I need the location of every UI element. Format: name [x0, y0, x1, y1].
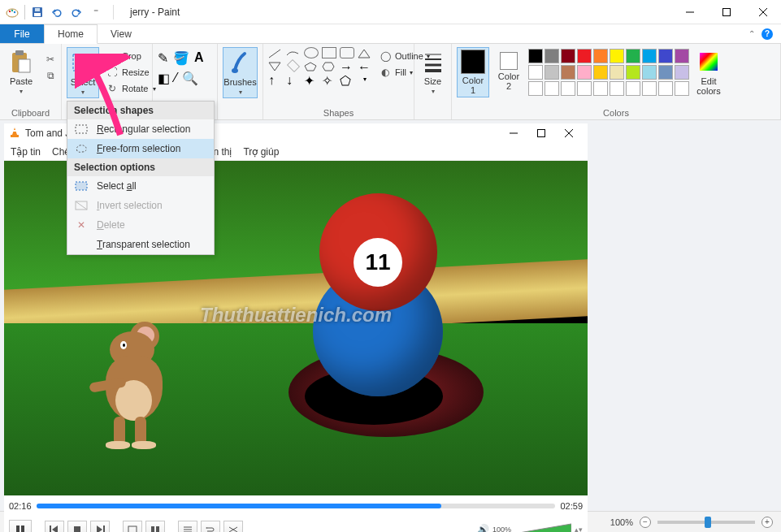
color-swatch-empty[interactable] — [610, 81, 624, 96]
svg-rect-40 — [151, 526, 154, 532]
color-swatch[interactable] — [642, 65, 657, 80]
save-icon[interactable] — [30, 5, 45, 19]
maximize-button[interactable] — [708, 0, 744, 24]
vlc-playlist-button[interactable] — [178, 521, 197, 532]
vlc-extended-button[interactable] — [145, 521, 165, 532]
vlc-stop-button[interactable] — [67, 521, 87, 532]
vlc-minimize-button[interactable] — [500, 123, 527, 143]
color-swatch[interactable] — [561, 49, 575, 63]
color-swatch[interactable] — [593, 65, 608, 80]
bucket-icon[interactable]: 🪣 — [173, 50, 189, 66]
size-button[interactable]: Size ▾ — [417, 47, 449, 97]
qat-customize-icon[interactable]: ⁼ — [89, 5, 103, 19]
color-swatch-empty[interactable] — [626, 81, 640, 96]
zoom-in-button[interactable]: + — [761, 517, 773, 528]
color-swatch[interactable] — [561, 65, 575, 80]
shapes-gallery[interactable]: → ← ↑ ↓ ✦ ✧ ⬠ ▾ — [268, 47, 372, 84]
menu-invert-selection: Invert selection — [67, 196, 214, 215]
dropdown-section-header: Selection shapes — [67, 102, 214, 119]
color-swatch[interactable] — [545, 65, 559, 80]
vlc-loop-button[interactable] — [201, 521, 220, 532]
vlc-prev-button[interactable] — [45, 521, 64, 532]
minimize-button[interactable] — [671, 0, 708, 24]
color-swatch-empty[interactable] — [545, 81, 559, 96]
color-swatch[interactable] — [658, 49, 673, 63]
redo-icon[interactable] — [69, 5, 84, 19]
color-swatch[interactable] — [675, 49, 689, 63]
color-swatch[interactable] — [626, 49, 640, 63]
color1-button[interactable]: Color 1 — [457, 47, 489, 97]
vlc-volume-slider[interactable] — [514, 522, 571, 532]
color-swatch[interactable] — [642, 49, 657, 63]
color-swatch[interactable] — [593, 49, 608, 63]
color-swatch-empty[interactable] — [675, 81, 689, 96]
zoom-out-button[interactable]: − — [640, 517, 651, 528]
color-swatch[interactable] — [626, 65, 640, 80]
vlc-maximize-button[interactable] — [527, 123, 555, 143]
select-label: Select — [71, 77, 96, 87]
eraser-icon[interactable]: ◧ — [158, 71, 170, 86]
color-swatch-empty[interactable] — [528, 81, 543, 96]
cut-button[interactable]: ✂ — [41, 52, 60, 67]
color-swatch-empty[interactable] — [577, 81, 592, 96]
menu-rectangular-selection[interactable]: Rectangular selection — [67, 119, 214, 139]
crop-button[interactable]: ✂Crop — [102, 49, 159, 63]
pencil-icon[interactable]: ✎ — [158, 50, 168, 66]
menu-select-all[interactable]: Select all — [67, 176, 214, 196]
vlc-volume-up-icon[interactable]: ▴▾ — [575, 526, 583, 532]
collapse-ribbon-icon[interactable]: ⌃ — [748, 29, 755, 38]
view-tab[interactable]: View — [98, 24, 145, 43]
color-palette[interactable] — [528, 49, 689, 96]
color-swatch-empty[interactable] — [561, 81, 575, 96]
text-icon[interactable]: A — [194, 50, 204, 66]
color-swatch[interactable] — [545, 49, 559, 63]
help-icon[interactable]: ? — [761, 28, 773, 40]
menu-freeform-selection[interactable]: Free-form selection — [67, 139, 214, 158]
color-swatch[interactable] — [528, 65, 543, 80]
color-swatch[interactable] — [577, 65, 592, 80]
copy-button[interactable]: ⧉ — [41, 68, 60, 83]
file-tab[interactable]: File — [0, 24, 44, 43]
svg-rect-13 — [19, 59, 30, 72]
home-tab[interactable]: Home — [44, 24, 98, 44]
svg-rect-32 — [16, 526, 20, 532]
status-zoom: 100% − + — [602, 517, 781, 528]
select-button[interactable]: Select ▾ — [67, 47, 99, 98]
close-button[interactable] — [744, 0, 781, 24]
svg-marker-45 — [206, 527, 207, 529]
vlc-seekbar-row: 02:16 02:59 — [4, 495, 588, 517]
vlc-shuffle-button[interactable] — [223, 521, 243, 532]
vlc-fullscreen-button[interactable] — [123, 521, 142, 532]
color-swatch[interactable] — [528, 49, 543, 63]
color-swatch[interactable] — [610, 49, 624, 63]
paste-button[interactable]: Paste ▾ — [5, 47, 37, 97]
color2-button[interactable]: Color 2 — [492, 47, 525, 93]
delete-icon: ✕ — [74, 218, 89, 231]
color-swatch[interactable] — [610, 65, 624, 80]
menu-transparent-selection[interactable]: Transparent selection — [67, 235, 214, 254]
size-icon — [420, 49, 446, 75]
rotate-button[interactable]: ↻Rotate▾ — [102, 81, 159, 96]
magnifier-icon[interactable]: 🔍 — [182, 71, 198, 86]
resize-button[interactable]: ⛶Resize — [102, 65, 159, 80]
color-swatch-empty[interactable] — [642, 81, 657, 96]
jerry-mouse — [81, 323, 187, 445]
vlc-mute-icon[interactable]: 🔊 — [477, 524, 489, 532]
vlc-pause-button[interactable] — [9, 520, 32, 532]
vlc-seek-slider[interactable] — [37, 504, 556, 508]
edit-colors-button[interactable]: Edit colors — [692, 47, 725, 97]
color-swatch-empty[interactable] — [593, 81, 608, 96]
color-swatch-empty[interactable] — [658, 81, 673, 96]
vlc-menu-item[interactable]: Trợ giúp — [243, 146, 279, 158]
undo-icon[interactable] — [50, 5, 64, 19]
dropdown-section-header: Selection options — [67, 158, 214, 176]
color-swatch[interactable] — [675, 65, 689, 80]
vlc-next-button[interactable] — [90, 521, 110, 532]
color-swatch[interactable] — [658, 65, 673, 80]
picker-icon[interactable]: ⁄ — [175, 71, 177, 86]
color-swatch[interactable] — [577, 49, 592, 63]
vlc-close-button[interactable] — [555, 123, 583, 143]
brushes-button[interactable]: Brushes ▾ — [223, 47, 258, 98]
vlc-menu-item[interactable]: Tập tin — [11, 146, 41, 158]
zoom-slider[interactable] — [657, 521, 755, 524]
